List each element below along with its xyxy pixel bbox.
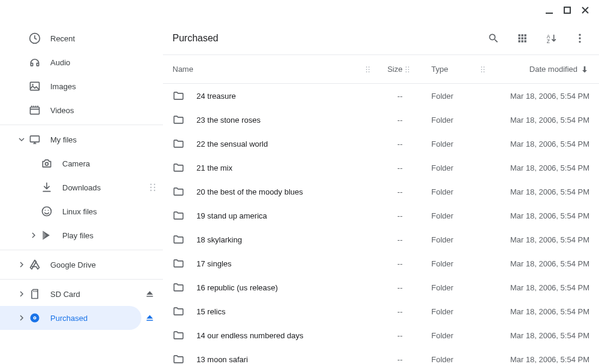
file-row[interactable]: 22 the sensual world--FolderMar 18, 2006… — [163, 132, 599, 156]
svg-point-12 — [154, 190, 155, 191]
svg-point-27 — [368, 69, 370, 70]
file-row[interactable]: 23 the stone roses--FolderMar 18, 2006, … — [163, 108, 599, 132]
file-type: Folder — [412, 307, 478, 316]
file-row[interactable]: 14 our endless numbered days--FolderMar … — [163, 323, 599, 347]
audio-icon — [29, 56, 41, 68]
eject-icon[interactable] — [144, 288, 156, 300]
downloads-icon — [41, 181, 53, 193]
file-type: Folder — [412, 355, 478, 364]
svg-point-24 — [366, 66, 367, 68]
column-separator-icon[interactable] — [478, 66, 488, 73]
file-size: -- — [373, 355, 403, 364]
sidebar-item-my-files[interactable]: My files — [0, 128, 163, 151]
folder-icon — [173, 329, 184, 341]
file-size: -- — [373, 163, 403, 172]
expand-icon[interactable] — [17, 291, 26, 297]
sidebar-item-downloads[interactable]: Downloads — [0, 175, 163, 199]
file-size: -- — [373, 116, 403, 125]
expand-icon[interactable] — [29, 232, 38, 238]
main-panel: Purchased A Z — [163, 0, 599, 364]
window-maximize-button[interactable] — [562, 5, 573, 16]
svg-point-22 — [579, 37, 580, 39]
file-row[interactable]: 17 singles--FolderMar 18, 2006, 5:54 PM — [163, 251, 599, 275]
file-date: Mar 18, 2006, 5:54 PM — [488, 235, 589, 244]
file-row[interactable]: 21 the mix--FolderMar 18, 2006, 5:54 PM — [163, 156, 599, 180]
sort-button[interactable]: A Z — [544, 31, 558, 46]
svg-point-25 — [368, 66, 370, 68]
svg-point-14 — [45, 210, 46, 211]
sidebar-item-label: SD Card — [50, 290, 153, 299]
file-row[interactable]: 20 the best of the moody blues--FolderMa… — [163, 180, 599, 204]
folder-icon — [173, 186, 184, 198]
svg-point-30 — [406, 66, 407, 68]
svg-point-28 — [366, 71, 367, 72]
file-date: Mar 18, 2006, 5:54 PM — [488, 283, 589, 292]
svg-point-36 — [481, 66, 482, 68]
sidebar-item-images[interactable]: Images — [0, 74, 163, 98]
sd-icon — [29, 288, 41, 300]
drag-handle-icon[interactable] — [150, 183, 156, 192]
file-date: Mar 18, 2006, 5:54 PM — [488, 355, 589, 364]
sort-descending-icon — [580, 65, 589, 74]
sidebar-item-camera[interactable]: Camera — [0, 151, 163, 175]
column-separator-icon[interactable] — [403, 66, 412, 73]
sidebar-item-label: Play files — [62, 231, 153, 240]
column-separator-icon[interactable] — [363, 66, 373, 73]
svg-point-23 — [579, 41, 580, 43]
column-type-header[interactable]: Type — [431, 65, 448, 74]
file-row[interactable]: 18 skylarking--FolderMar 18, 2006, 5:54 … — [163, 228, 599, 251]
folder-icon — [173, 90, 184, 102]
myfiles-icon — [29, 134, 41, 145]
search-button[interactable] — [486, 31, 501, 46]
more-options-button[interactable] — [573, 31, 587, 46]
file-row[interactable]: 15 relics--FolderMar 18, 2006, 5:54 PM — [163, 299, 599, 323]
expand-icon[interactable] — [17, 136, 26, 142]
sidebar-item-audio[interactable]: Audio — [0, 50, 163, 74]
expand-icon[interactable] — [17, 315, 26, 321]
header: Purchased A Z — [163, 22, 599, 55]
svg-point-41 — [483, 71, 485, 72]
file-date: Mar 18, 2006, 5:54 PM — [488, 116, 589, 125]
svg-rect-4 — [31, 107, 40, 114]
view-toggle-button[interactable] — [515, 31, 530, 46]
file-date: Mar 18, 2006, 5:54 PM — [488, 187, 589, 196]
sidebar-item-recent[interactable]: Recent — [0, 26, 163, 50]
file-row[interactable]: 19 stand up america--FolderMar 18, 2006,… — [163, 204, 599, 228]
sidebar-item-linux-files[interactable]: Linux files — [0, 199, 163, 223]
expand-icon[interactable] — [17, 262, 26, 268]
column-date-header[interactable]: Date modified — [530, 65, 577, 74]
file-name: 17 singles — [196, 259, 363, 268]
file-type: Folder — [412, 331, 478, 340]
sidebar-item-label: Videos — [50, 106, 153, 115]
sidebar: RecentAudioImagesVideosMy filesCameraDow… — [0, 0, 163, 364]
file-row[interactable]: 13 moon safari--FolderMar 18, 2006, 5:54… — [163, 347, 599, 364]
file-type: Folder — [412, 187, 478, 196]
column-name-header[interactable]: Name — [173, 65, 193, 74]
svg-point-37 — [483, 66, 485, 68]
eject-icon[interactable] — [144, 312, 156, 324]
sidebar-item-label: Google Drive — [50, 260, 153, 269]
sidebar-item-purchased[interactable]: Purchased — [0, 306, 141, 330]
window-close-button[interactable] — [580, 5, 591, 16]
svg-point-21 — [579, 34, 580, 35]
sidebar-item-play-files[interactable]: Play files — [0, 223, 163, 247]
svg-point-15 — [48, 210, 49, 211]
file-row[interactable]: 16 republic (us release)--FolderMar 18, … — [163, 275, 599, 299]
sidebar-item-sd-card[interactable]: SD Card — [0, 282, 163, 306]
sidebar-item-videos[interactable]: Videos — [0, 98, 163, 122]
window-minimize-button[interactable] — [544, 5, 555, 16]
svg-rect-0 — [546, 13, 553, 14]
drive-icon — [29, 259, 41, 271]
svg-rect-1 — [564, 7, 570, 13]
sidebar-item-label: Purchased — [50, 314, 132, 323]
folder-icon — [173, 210, 184, 222]
file-name: 14 our endless numbered days — [196, 331, 363, 340]
sidebar-item-google-drive[interactable]: Google Drive — [0, 253, 163, 277]
file-name: 18 skylarking — [196, 235, 363, 244]
svg-point-40 — [481, 71, 482, 72]
column-size-header[interactable]: Size — [388, 65, 403, 74]
file-row[interactable]: 24 treasure--FolderMar 18, 2006, 5:54 PM — [163, 84, 599, 108]
disc-icon — [29, 312, 41, 324]
svg-point-38 — [481, 69, 482, 70]
linux-icon — [41, 205, 53, 217]
